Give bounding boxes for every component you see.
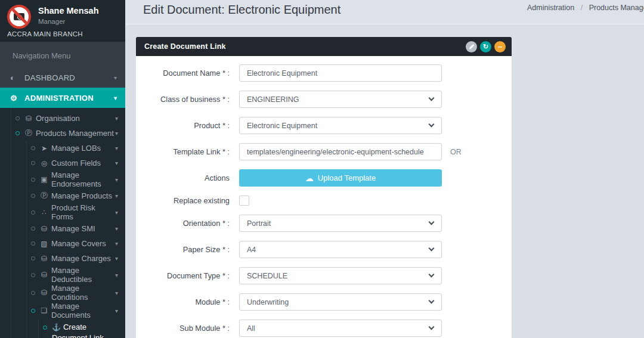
coins-icon: ⛁	[40, 255, 48, 263]
circle-bullet-icon	[16, 116, 20, 120]
breadcrumb-administration[interactable]: Administration	[527, 4, 574, 12]
coins-icon: ⛁	[40, 289, 48, 297]
sidebar-item-product-risk-forms[interactable]: ∴ Product Risk Forms ▾	[0, 203, 125, 221]
chevron-down-icon: ▾	[115, 240, 118, 247]
target-icon: ◎	[40, 159, 48, 168]
wrench-icon	[469, 44, 474, 49]
sidebar-item-products-management[interactable]: Ⓟ Products Management ▾	[0, 126, 125, 141]
sub-module-label: Sub Module * :	[147, 324, 239, 333]
sidebar-item-manage-charges[interactable]: ⛁ Manage Charges ▾	[0, 251, 125, 266]
template-link-input[interactable]	[239, 143, 442, 160]
collapse-button[interactable]: −	[494, 41, 506, 52]
adjust-icon: ◐	[10, 73, 22, 82]
product-select[interactable]: Electronic Equipment	[239, 117, 442, 134]
circle-bullet-icon	[31, 194, 35, 198]
chevron-down-icon: ▾	[114, 95, 117, 101]
avatar	[7, 5, 31, 29]
product-circle-icon: Ⓟ	[24, 128, 33, 138]
chevron-down-icon: ▾	[115, 209, 118, 216]
class-of-business-select[interactable]: ENGINEERING	[239, 91, 442, 108]
form-row-sub-module: Sub Module * : All	[147, 320, 501, 337]
sitemap-icon: ∴	[40, 208, 48, 216]
user-panel: Shane Mensah Manager ACCRA MAIN BRANCH	[0, 0, 125, 42]
document-type-select[interactable]: SCHEDULE	[239, 267, 442, 284]
document-type-label: Document Type * :	[147, 271, 239, 280]
create-document-link-panel: Create Document Link ↻ − Document Name *…	[136, 37, 512, 338]
sidebar-item-create-document-link[interactable]: ⚓Create Document Link	[0, 320, 125, 338]
chevron-down-icon: ▾	[115, 176, 118, 183]
user-role: Manager	[38, 18, 99, 25]
breadcrumb-separator: /	[581, 4, 583, 12]
upload-template-button[interactable]: ☁↑ Upload Template	[239, 169, 442, 187]
class-of-business-label: Class of business * :	[147, 95, 239, 104]
sub-module-select[interactable]: All	[239, 320, 442, 337]
chevron-down-icon: ▾	[115, 115, 118, 122]
circle-bullet-icon	[31, 291, 35, 295]
form-row-actions: Actions ☁↑ Upload Template	[147, 169, 501, 187]
sidebar-item-dashboard[interactable]: ◐ DASHBOARD ▾	[0, 67, 125, 88]
form-row-document-name: Document Name * :	[147, 64, 501, 82]
panel-header: Create Document Link ↻ −	[136, 37, 512, 56]
actions-label: Actions	[147, 173, 239, 182]
sidebar-item-manage-products[interactable]: Ⓟ Manage Products ▾	[0, 188, 125, 203]
replace-existing-checkbox[interactable]	[239, 196, 249, 206]
user-branch: ACCRA MAIN BRANCH	[7, 30, 119, 38]
breadcrumb: Administration / Products Management	[527, 4, 644, 12]
circle-bullet-icon	[31, 273, 35, 277]
send-icon: ➤	[40, 144, 48, 153]
chevron-down-icon: ▾	[115, 145, 118, 151]
document-name-input[interactable]	[239, 64, 442, 82]
circle-bullet-icon	[31, 210, 35, 215]
sidebar-item-manage-deductibles[interactable]: ⛁ Manage Deductibles ▾	[0, 266, 125, 284]
chevron-down-icon: ▾	[115, 193, 118, 199]
anchor-icon: ⚓	[52, 323, 61, 331]
note-icon: ▣	[40, 175, 48, 184]
breadcrumb-products-management[interactable]: Products Management	[589, 4, 644, 12]
panel-body: Document Name * : Class of business * : …	[136, 56, 512, 338]
chevron-down-icon: ▾	[115, 290, 118, 296]
sidebar-item-manage-conditions[interactable]: ⛁ Manage Conditions ▾	[0, 284, 125, 302]
no-photo-slash-icon	[9, 5, 30, 27]
product-label: Product * :	[147, 121, 239, 130]
circle-bullet-icon	[16, 131, 20, 135]
form-row-replace-existing: Replace existing	[147, 196, 501, 206]
gear-icon: ⚙	[10, 94, 22, 103]
template-link-label: Template Link * :	[147, 147, 239, 156]
panel-title: Create Document Link	[144, 42, 226, 51]
sidebar-item-manage-covers[interactable]: ▧ Manage Covers ▾	[0, 236, 125, 251]
module-select[interactable]: Underwriting	[239, 293, 442, 311]
form-row-template-link: Template Link * : OR	[147, 143, 501, 160]
orientation-label: Orientation * :	[147, 219, 239, 228]
form-row-document-type: Document Type * : SCHEDULE	[147, 267, 501, 284]
refresh-button[interactable]: ↻	[480, 41, 491, 52]
circle-bullet-icon	[31, 161, 35, 165]
sidebar-item-manage-documents[interactable]: ❏ Manage Documents ▾	[0, 302, 125, 320]
sidebar-item-manage-endorsements[interactable]: ▣ Manage Endorsements ▾	[0, 170, 125, 188]
sidebar: Shane Mensah Manager ACCRA MAIN BRANCH N…	[0, 0, 125, 338]
chevron-down-icon: ▾	[115, 272, 118, 278]
topbar: Edit Document: Electronic Equipment Admi…	[125, 0, 644, 24]
sidebar-item-manage-lobs[interactable]: ➤ Manage LOBs ▾	[0, 141, 125, 156]
refresh-icon: ↻	[483, 43, 488, 51]
sidebar-item-manage-smi[interactable]: ⛁ Manage SMI ▾	[0, 221, 125, 236]
orientation-select[interactable]: Portrait	[239, 215, 442, 232]
circle-bullet-icon	[31, 256, 35, 261]
wrench-button[interactable]	[466, 41, 477, 52]
coins-icon: ⛁	[40, 225, 48, 233]
module-label: Module * :	[147, 297, 239, 306]
minus-icon: −	[498, 43, 503, 51]
circle-bullet-icon	[31, 241, 35, 246]
file-icon: ❏	[40, 306, 48, 315]
sidebar-item-custom-fields[interactable]: ◎ Custom Fields ▾	[0, 156, 125, 170]
main-content: Edit Document: Electronic Equipment Admi…	[125, 0, 644, 338]
chevron-down-icon: ▾	[115, 160, 118, 166]
chevron-down-icon: ▾	[115, 225, 118, 232]
nav-header: Navigation Menu	[0, 42, 125, 67]
circle-bullet-icon	[43, 325, 47, 330]
paper-size-select[interactable]: A4	[239, 241, 442, 258]
coins-icon: ⛁	[40, 271, 48, 279]
sidebar-item-administration[interactable]: ⚙ ADMINISTRATION ▾	[0, 88, 125, 108]
replace-existing-label: Replace existing	[147, 196, 239, 205]
sidebar-item-organisation[interactable]: ⛁ Organisation ▾	[0, 111, 125, 126]
form-row-module: Module * : Underwriting	[147, 293, 501, 311]
